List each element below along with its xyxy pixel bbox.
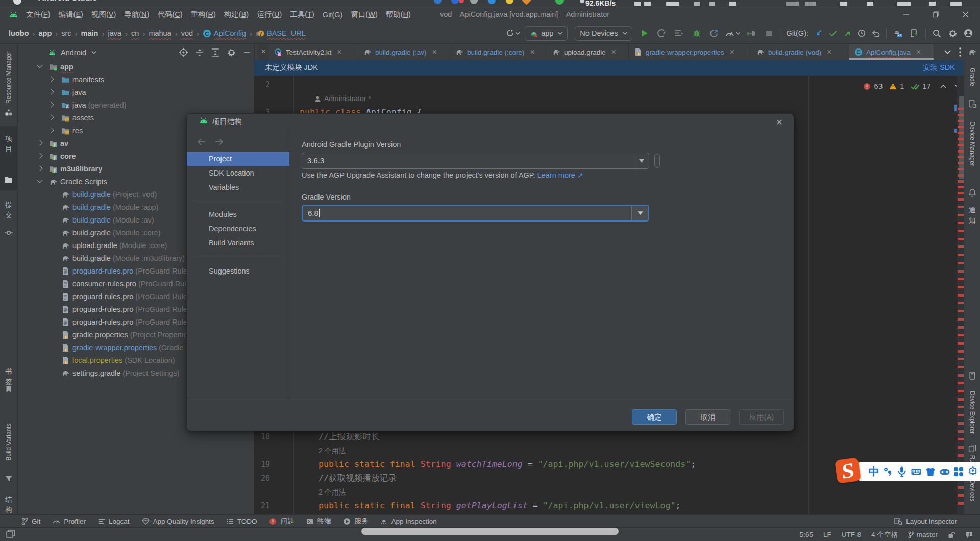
tree-expand-chevron[interactable]: [37, 177, 42, 183]
editor-tab[interactable]: build.gradle (vod)×: [751, 44, 849, 60]
tab-close-icon[interactable]: ×: [258, 44, 269, 60]
tree-expand-chevron[interactable]: [37, 140, 42, 145]
tab-close-icon[interactable]: ×: [431, 47, 438, 57]
gradle-version-combobox[interactable]: 6.8: [302, 205, 649, 222]
minimize-button[interactable]: [891, 6, 921, 23]
menu-7[interactable]: 运行(U): [253, 10, 286, 19]
run-with-coverage-icon[interactable]: [671, 26, 688, 41]
device-manager-icon[interactable]: [890, 26, 906, 41]
prev-issue-chevron-icon[interactable]: [940, 84, 946, 88]
tree-expand-chevron[interactable]: [48, 76, 54, 82]
stripe-notifications[interactable]: 通知: [964, 44, 980, 514]
breadcrumb-item[interactable]: BASE_URL: [267, 29, 306, 37]
menu-6[interactable]: 构建(B): [220, 10, 253, 19]
profile-avatar-icon[interactable]: [961, 26, 976, 41]
tool-git[interactable]: Git: [15, 515, 46, 528]
usages-hint[interactable]: 2 个用法: [318, 488, 346, 496]
rollback-changes-icon[interactable]: [869, 26, 883, 41]
collapse-all-icon[interactable]: [211, 48, 219, 57]
project-view-selector[interactable]: Android: [61, 48, 86, 57]
stripe-bookmarks[interactable]: 书签: [0, 44, 17, 514]
sogou-logo[interactable]: S: [835, 457, 861, 484]
indent-setting[interactable]: 4 个空格: [871, 530, 898, 539]
sidebar-item-project[interactable]: Project: [187, 152, 289, 166]
tool-todo[interactable]: TODO: [220, 515, 263, 528]
breadcrumb-item[interactable]: cn: [131, 29, 139, 37]
tree-expand-chevron[interactable]: [48, 89, 54, 94]
running-devices-icon[interactable]: [906, 26, 922, 41]
horizontal-scrollbar-thumb[interactable]: [361, 528, 619, 535]
sidebar-item-suggestions[interactable]: Suggestions: [187, 264, 289, 278]
tab-close-icon[interactable]: ×: [915, 47, 922, 57]
stripe-device-explorer[interactable]: Device Explorer: [964, 44, 980, 514]
menu-0[interactable]: 文件(F): [22, 10, 55, 19]
editor-tab[interactable]: TestActivity2.kt×: [269, 44, 358, 60]
tab-close-icon[interactable]: ×: [335, 47, 343, 57]
git-branch-widget[interactable]: master: [908, 531, 938, 538]
forward-arrow-icon[interactable]: [215, 138, 224, 145]
hide-panel-icon[interactable]: [243, 49, 251, 56]
device-select[interactable]: No Devices: [575, 26, 632, 41]
editor-tab[interactable]: build.gradle (:core)×: [450, 44, 547, 60]
menu-2[interactable]: 视图(V): [87, 10, 120, 19]
readonly-lock-icon[interactable]: [948, 531, 955, 538]
dialog-close-icon[interactable]: ×: [776, 116, 782, 128]
sidebar-item-dependencies[interactable]: Dependencies: [187, 222, 289, 236]
ime-skin-icon[interactable]: [925, 466, 936, 477]
editor-tab[interactable]: gradle-wrapper.properties×: [629, 44, 751, 60]
vcs-change-mark[interactable]: [954, 129, 957, 133]
menu-3[interactable]: 导航(N): [120, 10, 153, 19]
tool-terminal[interactable]: 终端: [300, 515, 337, 528]
tool-problems[interactable]: 问题: [263, 515, 300, 528]
ime-toolbox-icon[interactable]: [953, 466, 964, 477]
line-ending[interactable]: LF: [823, 531, 831, 538]
breadcrumb-item[interactable]: src: [61, 29, 71, 37]
tree-row[interactable]: java (generated): [18, 99, 254, 112]
history-icon[interactable]: [854, 26, 869, 41]
settings-gear-icon[interactable]: [945, 26, 961, 41]
tool-layout-inspector[interactable]: Layout Inspector: [894, 515, 957, 528]
profile-button[interactable]: [653, 26, 671, 41]
ime-keyboard-icon[interactable]: [911, 466, 922, 477]
breadcrumb-item[interactable]: luobo: [9, 29, 29, 37]
menu-4[interactable]: 代码(C): [153, 10, 186, 19]
learn-more-link[interactable]: Learn more ↗: [537, 171, 583, 179]
editor-tab[interactable]: CApiConfig.java×: [849, 44, 934, 60]
tool-services[interactable]: 服务: [337, 515, 374, 528]
tree-expand-chevron[interactable]: [37, 153, 42, 158]
tool-window-switcher-icon[interactable]: [6, 530, 15, 538]
agp-version-combobox[interactable]: 3.6.3: [302, 153, 649, 169]
stripe-running-devices[interactable]: Running Devices: [964, 44, 980, 514]
menu-5[interactable]: 重构(R): [187, 10, 220, 19]
notification-bubble-icon[interactable]: [965, 531, 973, 538]
tree-row[interactable]: app: [18, 61, 254, 73]
ime-punctuation-icon[interactable]: [883, 466, 894, 477]
tab-close-icon[interactable]: ×: [825, 47, 833, 57]
tree-row[interactable]: java: [18, 86, 254, 99]
tool-profiler[interactable]: Profiler: [46, 515, 92, 528]
editor-tab[interactable]: upload.gradle×: [547, 44, 629, 60]
combo-arrow-icon[interactable]: [634, 153, 649, 168]
menu-8[interactable]: 工具(T): [286, 10, 318, 19]
breadcrumb-item[interactable]: main: [81, 29, 99, 37]
restore-button[interactable]: [921, 6, 950, 23]
caret-position[interactable]: 5:65: [800, 531, 813, 538]
usages-hint[interactable]: 2 个用法: [318, 447, 346, 455]
run-button[interactable]: [636, 26, 653, 41]
cancel-button[interactable]: 取消: [685, 409, 730, 425]
ime-game-mode-icon[interactable]: [939, 466, 950, 477]
git-push-icon[interactable]: [840, 26, 854, 41]
ime-chinese-mode-icon[interactable]: 中: [868, 466, 879, 477]
tabs-chevron-down-icon[interactable]: [940, 44, 955, 60]
tree-row[interactable]: manifests: [18, 73, 254, 86]
attach-debugger-icon[interactable]: [743, 26, 761, 41]
menu-9[interactable]: Git(G): [318, 11, 347, 19]
breadcrumb-item[interactable]: java: [108, 29, 121, 37]
stripe-build-variants[interactable]: Build Variants: [0, 44, 17, 514]
git-commit-icon[interactable]: [826, 26, 840, 41]
run-configuration-select[interactable]: app: [525, 26, 568, 41]
tab-close-icon[interactable]: ×: [529, 47, 536, 57]
tool-logcat[interactable]: Logcat: [92, 515, 136, 528]
sidebar-item-build-variants[interactable]: Build Variants: [187, 236, 289, 250]
tab-close-icon[interactable]: ×: [610, 47, 618, 57]
